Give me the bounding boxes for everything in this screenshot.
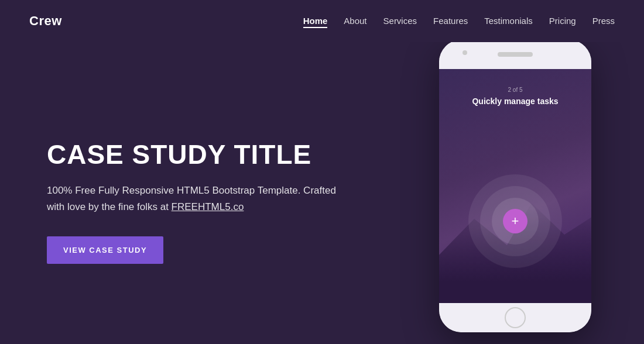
cta-button[interactable]: VIEW CASE STUDY <box>47 236 163 264</box>
phone-camera <box>463 50 467 55</box>
phone-mockup: 2 of 5 Quickly manage tasks + <box>422 42 609 344</box>
nav-item-services[interactable]: Services <box>383 16 417 26</box>
hero-content: CASE STUDY TITLE 100% Free Fully Respons… <box>47 140 351 264</box>
nav-link-pricing[interactable]: Pricing <box>549 16 576 26</box>
screen-task-text: Quickly manage tasks <box>472 97 558 106</box>
nav-link-services[interactable]: Services <box>383 16 417 26</box>
circles-container: + <box>468 174 562 268</box>
hero-section: CASE STUDY TITLE 100% Free Fully Respons… <box>0 42 644 344</box>
nav-link-features[interactable]: Features <box>433 16 468 26</box>
nav-item-home[interactable]: Home <box>303 16 328 26</box>
phone-screen: 2 of 5 Quickly manage tasks + <box>439 69 591 303</box>
phone-bottom-bar <box>439 303 591 332</box>
add-task-button[interactable]: + <box>503 209 527 233</box>
hero-description: 100% Free Fully Responsive HTML5 Bootstr… <box>47 183 351 215</box>
phone-home-button[interactable] <box>505 307 526 328</box>
screen-step: 2 of 5 <box>508 87 522 93</box>
nav-link-home[interactable]: Home <box>303 16 328 28</box>
phone-speaker <box>498 52 533 57</box>
nav-item-pricing[interactable]: Pricing <box>549 16 576 26</box>
nav-item-features[interactable]: Features <box>433 16 468 26</box>
nav-link-about[interactable]: About <box>344 16 366 26</box>
nav-links: Home About Services Features Testimonial… <box>303 16 615 26</box>
phone-shell: 2 of 5 Quickly manage tasks + <box>439 42 591 332</box>
nav-link-press[interactable]: Press <box>592 16 615 26</box>
hero-desc-link[interactable]: FREEHTML5.co <box>172 201 244 212</box>
navbar: Crew Home About Services Features Testim… <box>0 0 644 42</box>
nav-item-testimonials[interactable]: Testimonials <box>484 16 533 26</box>
nav-item-about[interactable]: About <box>344 16 366 26</box>
phone-top-bar <box>439 42 591 69</box>
hero-title: CASE STUDY TITLE <box>47 140 351 170</box>
nav-item-press[interactable]: Press <box>592 16 615 26</box>
logo[interactable]: Crew <box>29 13 62 29</box>
nav-link-testimonials[interactable]: Testimonials <box>484 16 533 26</box>
